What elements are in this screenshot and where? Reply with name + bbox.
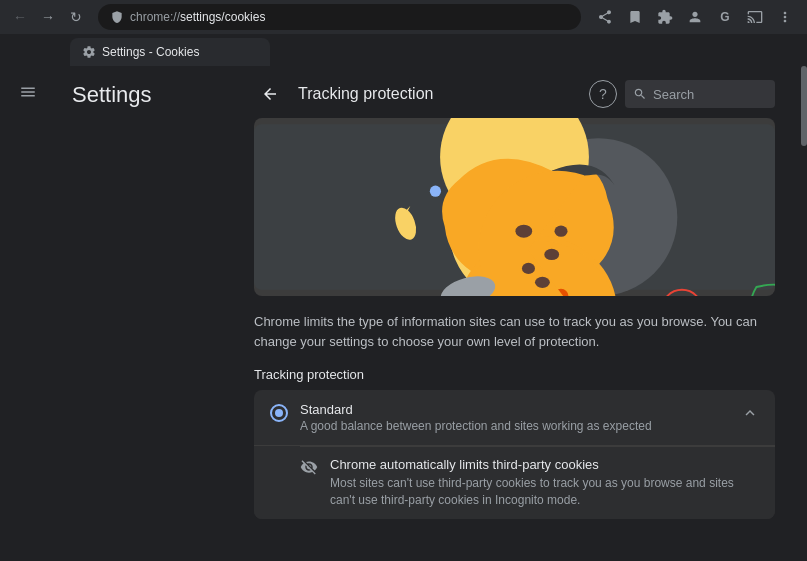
main-layout: Settings Tracking protection ? (0, 66, 807, 523)
svg-point-11 (515, 225, 532, 238)
nav-row: ← → ↻ chrome://settings/cookies (0, 0, 807, 34)
security-icon (110, 10, 124, 24)
standard-option-content: Standard A good balance between protecti… (300, 402, 729, 433)
standard-label: Standard (300, 402, 729, 417)
sub-option-cookies: Chrome automatically limits third-party … (254, 447, 775, 519)
help-icon: ? (599, 86, 607, 102)
options-card: Standard A good balance between protecti… (254, 390, 775, 519)
toolbar-icons: G (591, 3, 799, 31)
search-placeholder: Search (653, 87, 694, 102)
standard-option[interactable]: Standard A good balance between protecti… (254, 390, 775, 446)
svg-point-13 (522, 263, 535, 274)
section-title: Tracking protection (254, 367, 775, 382)
refresh-button[interactable]: ↻ (64, 5, 88, 29)
browser-chrome: ← → ↻ chrome://settings/cookies (0, 0, 807, 66)
bookmark-icon[interactable] (621, 3, 649, 31)
address-text: chrome://settings/cookies (130, 10, 265, 24)
svg-point-12 (544, 249, 559, 260)
header-right: ? Search (589, 80, 775, 108)
tab-favicon (82, 45, 96, 59)
sub-label: Chrome automatically limits third-party … (330, 457, 759, 472)
radio-inner (275, 409, 283, 417)
address-path: settings/cookies (180, 10, 265, 24)
description-text: Chrome limits the type of information si… (254, 312, 775, 351)
back-button[interactable] (254, 78, 286, 110)
sub-option-content: Chrome automatically limits third-party … (330, 457, 759, 509)
header-left: Tracking protection (254, 78, 433, 110)
hamburger-menu[interactable] (8, 72, 48, 112)
page-title: Tracking protection (298, 85, 433, 103)
google-icon[interactable]: G (711, 3, 739, 31)
hero-illustration (254, 118, 775, 296)
address-scheme: chrome:// (130, 10, 180, 24)
media-router-icon[interactable] (741, 3, 769, 31)
help-button[interactable]: ? (589, 80, 617, 108)
standard-radio[interactable] (270, 404, 288, 422)
expand-chevron[interactable] (741, 404, 759, 427)
search-box[interactable]: Search (625, 80, 775, 108)
profile-icon[interactable] (681, 3, 709, 31)
search-icon (633, 87, 647, 101)
scrollbar-thumb[interactable] (801, 66, 807, 146)
page-header: Tracking protection ? Search (254, 66, 775, 118)
share-icon[interactable] (591, 3, 619, 31)
address-bar[interactable]: chrome://settings/cookies (98, 4, 581, 30)
back-button[interactable]: ← (8, 5, 32, 29)
settings-app-title: Settings (56, 74, 246, 120)
eye-off-icon (300, 458, 318, 480)
svg-point-16 (430, 186, 441, 197)
tab-title: Settings - Cookies (102, 45, 199, 59)
sub-desc: Most sites can't use third-party cookies… (330, 475, 759, 509)
svg-point-14 (555, 226, 568, 237)
svg-point-15 (535, 277, 550, 288)
forward-button[interactable]: → (36, 5, 60, 29)
menu-icon[interactable] (771, 3, 799, 31)
active-tab[interactable]: Settings - Cookies (70, 38, 270, 66)
standard-desc: A good balance between protection and si… (300, 419, 729, 433)
extension-icon[interactable] (651, 3, 679, 31)
svg-point-20 (661, 290, 702, 296)
